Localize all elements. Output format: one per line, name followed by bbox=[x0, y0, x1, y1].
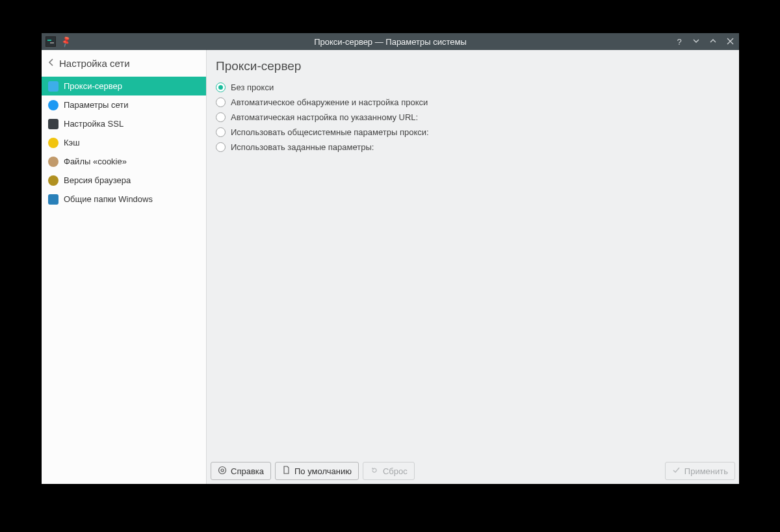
sidebar-item-cache[interactable]: Кэш bbox=[42, 133, 206, 152]
proxy-icon bbox=[48, 81, 58, 92]
svg-point-1 bbox=[221, 469, 224, 472]
close-icon[interactable] bbox=[725, 37, 735, 47]
radio-no-proxy[interactable]: Без прокси bbox=[216, 82, 730, 92]
sidebar-item-label: Прокси-сервер bbox=[64, 81, 122, 91]
apply-button: Применить bbox=[665, 462, 735, 480]
maximize-icon[interactable] bbox=[708, 37, 718, 47]
main-panel: Прокси-сервер Без прокси Автоматическое … bbox=[207, 50, 739, 484]
help-icon[interactable]: ? bbox=[674, 37, 684, 47]
reset-button-label: Сброс bbox=[383, 466, 408, 476]
page-title: Прокси-сервер bbox=[207, 50, 739, 80]
pin-icon[interactable]: 📌 bbox=[60, 35, 73, 48]
radio-auto-url[interactable]: Автоматическая настройка по указанному U… bbox=[216, 112, 730, 122]
document-default-icon bbox=[282, 466, 291, 477]
minimize-icon[interactable] bbox=[691, 37, 701, 47]
sidebar-item-cookies[interactable]: Файлы «cookie» bbox=[42, 152, 206, 171]
cache-icon bbox=[48, 138, 58, 148]
sidebar-item-label: Кэш bbox=[64, 138, 80, 147]
sidebar-item-browser-version[interactable]: Версия браузера bbox=[42, 171, 206, 190]
sidebar-item-proxy[interactable]: Прокси-сервер bbox=[42, 77, 206, 95]
sidebar-item-label: Общие папки Windows bbox=[64, 194, 153, 204]
sidebar-item-network-params[interactable]: Параметры сети bbox=[42, 95, 206, 114]
radio-icon bbox=[216, 97, 226, 107]
sidebar-back-label: Настройка сети bbox=[59, 58, 130, 69]
app-icon bbox=[46, 36, 56, 47]
title-bar: 📌 Прокси-сервер — Параметры системы ? bbox=[42, 33, 739, 50]
sidebar-item-ssl[interactable]: Настройка SSL bbox=[42, 114, 206, 133]
sidebar: Настройка сети Прокси-сервер Параметры с… bbox=[42, 50, 207, 484]
window-controls: ? bbox=[674, 37, 735, 47]
radio-system-proxy[interactable]: Использовать общесистемные параметры про… bbox=[216, 127, 730, 137]
sidebar-item-windows-shares[interactable]: Общие папки Windows bbox=[42, 190, 206, 209]
radio-icon bbox=[216, 142, 226, 152]
sidebar-item-label: Параметры сети bbox=[64, 100, 128, 110]
radio-label: Без прокси bbox=[231, 82, 274, 92]
sidebar-item-label: Настройка SSL bbox=[64, 119, 124, 129]
radio-label: Использовать общесистемные параметры про… bbox=[231, 127, 429, 137]
window-title: Прокси-сервер — Параметры системы bbox=[42, 37, 739, 47]
lifebuoy-icon bbox=[218, 466, 227, 477]
defaults-button-label: По умолчанию bbox=[294, 466, 352, 476]
sidebar-item-label: Версия браузера bbox=[64, 175, 131, 185]
ssl-icon bbox=[48, 119, 58, 129]
radio-manual-proxy[interactable]: Использовать заданные параметры: bbox=[216, 142, 730, 152]
help-button-label: Справка bbox=[231, 466, 264, 476]
defaults-button[interactable]: По умолчанию bbox=[275, 462, 359, 480]
settings-window: 📌 Прокси-сервер — Параметры системы ? На… bbox=[42, 33, 739, 484]
browser-icon bbox=[48, 175, 58, 186]
radio-label: Автоматическое обнаружение и настройка п… bbox=[231, 97, 428, 107]
radio-icon bbox=[216, 112, 226, 122]
radio-label: Автоматическая настройка по указанному U… bbox=[231, 112, 418, 122]
reset-button: Сброс bbox=[363, 462, 415, 480]
apply-button-label: Применить bbox=[684, 466, 728, 476]
windows-share-icon bbox=[48, 194, 58, 205]
svg-point-0 bbox=[219, 466, 226, 474]
radio-icon bbox=[216, 82, 226, 92]
chevron-left-icon bbox=[48, 58, 54, 69]
sidebar-back[interactable]: Настройка сети bbox=[42, 50, 206, 77]
cookie-icon bbox=[48, 157, 58, 167]
check-icon bbox=[672, 466, 681, 476]
radio-label: Использовать заданные параметры: bbox=[231, 142, 374, 152]
radio-icon bbox=[216, 127, 226, 137]
globe-icon bbox=[48, 100, 58, 110]
reset-icon bbox=[370, 466, 379, 477]
radio-auto-detect[interactable]: Автоматическое обнаружение и настройка п… bbox=[216, 97, 730, 107]
sidebar-item-label: Файлы «cookie» bbox=[64, 157, 127, 166]
proxy-options: Без прокси Автоматическое обнаружение и … bbox=[207, 80, 739, 155]
footer-buttons: Справка По умолчанию Сброс bbox=[207, 457, 739, 484]
help-button[interactable]: Справка bbox=[211, 462, 271, 480]
